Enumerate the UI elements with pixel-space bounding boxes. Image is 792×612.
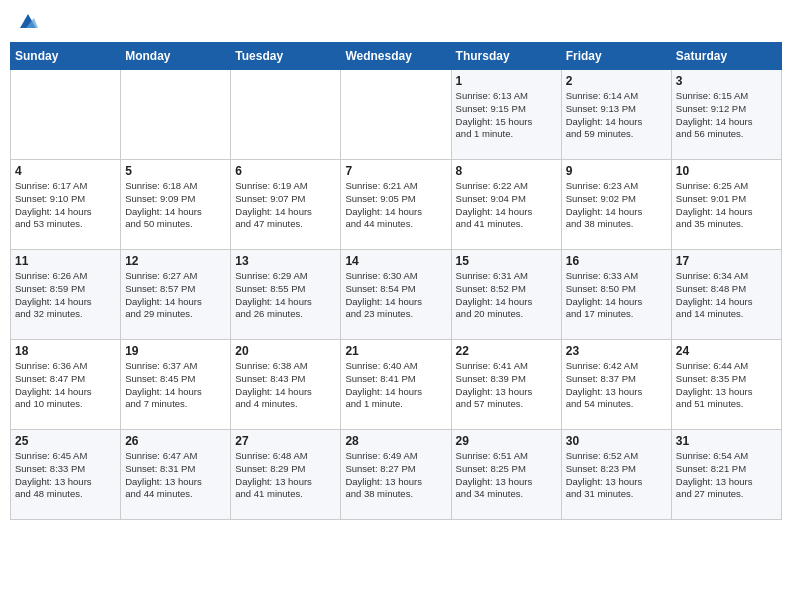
day-content: Sunrise: 6:48 AM Sunset: 8:29 PM Dayligh…: [235, 450, 336, 501]
logo: [14, 10, 40, 34]
day-content: Sunrise: 6:36 AM Sunset: 8:47 PM Dayligh…: [15, 360, 116, 411]
day-content: Sunrise: 6:52 AM Sunset: 8:23 PM Dayligh…: [566, 450, 667, 501]
calendar-cell: 4Sunrise: 6:17 AM Sunset: 9:10 PM Daylig…: [11, 160, 121, 250]
day-number: 3: [676, 74, 777, 88]
day-content: Sunrise: 6:23 AM Sunset: 9:02 PM Dayligh…: [566, 180, 667, 231]
calendar-cell: 27Sunrise: 6:48 AM Sunset: 8:29 PM Dayli…: [231, 430, 341, 520]
day-number: 20: [235, 344, 336, 358]
calendar-cell: 13Sunrise: 6:29 AM Sunset: 8:55 PM Dayli…: [231, 250, 341, 340]
day-number: 2: [566, 74, 667, 88]
calendar-cell: 18Sunrise: 6:36 AM Sunset: 8:47 PM Dayli…: [11, 340, 121, 430]
calendar-week-1: 1Sunrise: 6:13 AM Sunset: 9:15 PM Daylig…: [11, 70, 782, 160]
day-number: 8: [456, 164, 557, 178]
day-number: 4: [15, 164, 116, 178]
day-content: Sunrise: 6:45 AM Sunset: 8:33 PM Dayligh…: [15, 450, 116, 501]
day-number: 28: [345, 434, 446, 448]
day-number: 9: [566, 164, 667, 178]
weekday-thursday: Thursday: [451, 43, 561, 70]
calendar-cell: [11, 70, 121, 160]
calendar-body: 1Sunrise: 6:13 AM Sunset: 9:15 PM Daylig…: [11, 70, 782, 520]
calendar-cell: 12Sunrise: 6:27 AM Sunset: 8:57 PM Dayli…: [121, 250, 231, 340]
calendar-cell: 31Sunrise: 6:54 AM Sunset: 8:21 PM Dayli…: [671, 430, 781, 520]
weekday-saturday: Saturday: [671, 43, 781, 70]
calendar-cell: 20Sunrise: 6:38 AM Sunset: 8:43 PM Dayli…: [231, 340, 341, 430]
day-content: Sunrise: 6:14 AM Sunset: 9:13 PM Dayligh…: [566, 90, 667, 141]
day-number: 24: [676, 344, 777, 358]
calendar-week-3: 11Sunrise: 6:26 AM Sunset: 8:59 PM Dayli…: [11, 250, 782, 340]
calendar-cell: 16Sunrise: 6:33 AM Sunset: 8:50 PM Dayli…: [561, 250, 671, 340]
day-number: 19: [125, 344, 226, 358]
day-number: 17: [676, 254, 777, 268]
day-content: Sunrise: 6:54 AM Sunset: 8:21 PM Dayligh…: [676, 450, 777, 501]
day-content: Sunrise: 6:17 AM Sunset: 9:10 PM Dayligh…: [15, 180, 116, 231]
calendar-cell: 8Sunrise: 6:22 AM Sunset: 9:04 PM Daylig…: [451, 160, 561, 250]
day-number: 5: [125, 164, 226, 178]
day-number: 29: [456, 434, 557, 448]
day-number: 10: [676, 164, 777, 178]
day-content: Sunrise: 6:22 AM Sunset: 9:04 PM Dayligh…: [456, 180, 557, 231]
calendar-cell: 6Sunrise: 6:19 AM Sunset: 9:07 PM Daylig…: [231, 160, 341, 250]
day-number: 12: [125, 254, 226, 268]
calendar-cell: 17Sunrise: 6:34 AM Sunset: 8:48 PM Dayli…: [671, 250, 781, 340]
day-number: 21: [345, 344, 446, 358]
calendar-cell: 29Sunrise: 6:51 AM Sunset: 8:25 PM Dayli…: [451, 430, 561, 520]
day-number: 16: [566, 254, 667, 268]
calendar-week-2: 4Sunrise: 6:17 AM Sunset: 9:10 PM Daylig…: [11, 160, 782, 250]
day-content: Sunrise: 6:31 AM Sunset: 8:52 PM Dayligh…: [456, 270, 557, 321]
logo-icon: [16, 10, 40, 34]
day-number: 13: [235, 254, 336, 268]
day-content: Sunrise: 6:33 AM Sunset: 8:50 PM Dayligh…: [566, 270, 667, 321]
day-number: 27: [235, 434, 336, 448]
calendar-cell: 2Sunrise: 6:14 AM Sunset: 9:13 PM Daylig…: [561, 70, 671, 160]
day-number: 22: [456, 344, 557, 358]
day-content: Sunrise: 6:25 AM Sunset: 9:01 PM Dayligh…: [676, 180, 777, 231]
calendar-cell: 26Sunrise: 6:47 AM Sunset: 8:31 PM Dayli…: [121, 430, 231, 520]
day-number: 23: [566, 344, 667, 358]
calendar-cell: [231, 70, 341, 160]
day-content: Sunrise: 6:42 AM Sunset: 8:37 PM Dayligh…: [566, 360, 667, 411]
calendar-cell: 9Sunrise: 6:23 AM Sunset: 9:02 PM Daylig…: [561, 160, 671, 250]
day-content: Sunrise: 6:27 AM Sunset: 8:57 PM Dayligh…: [125, 270, 226, 321]
calendar-header: SundayMondayTuesdayWednesdayThursdayFrid…: [11, 43, 782, 70]
calendar-week-5: 25Sunrise: 6:45 AM Sunset: 8:33 PM Dayli…: [11, 430, 782, 520]
weekday-header-row: SundayMondayTuesdayWednesdayThursdayFrid…: [11, 43, 782, 70]
calendar-cell: [341, 70, 451, 160]
day-number: 11: [15, 254, 116, 268]
calendar-cell: 19Sunrise: 6:37 AM Sunset: 8:45 PM Dayli…: [121, 340, 231, 430]
day-content: Sunrise: 6:49 AM Sunset: 8:27 PM Dayligh…: [345, 450, 446, 501]
day-content: Sunrise: 6:30 AM Sunset: 8:54 PM Dayligh…: [345, 270, 446, 321]
calendar-cell: 7Sunrise: 6:21 AM Sunset: 9:05 PM Daylig…: [341, 160, 451, 250]
day-content: Sunrise: 6:26 AM Sunset: 8:59 PM Dayligh…: [15, 270, 116, 321]
calendar-cell: 30Sunrise: 6:52 AM Sunset: 8:23 PM Dayli…: [561, 430, 671, 520]
calendar-cell: 11Sunrise: 6:26 AM Sunset: 8:59 PM Dayli…: [11, 250, 121, 340]
day-number: 1: [456, 74, 557, 88]
calendar-cell: 1Sunrise: 6:13 AM Sunset: 9:15 PM Daylig…: [451, 70, 561, 160]
calendar-cell: [121, 70, 231, 160]
calendar-cell: 25Sunrise: 6:45 AM Sunset: 8:33 PM Dayli…: [11, 430, 121, 520]
calendar-cell: 24Sunrise: 6:44 AM Sunset: 8:35 PM Dayli…: [671, 340, 781, 430]
day-content: Sunrise: 6:18 AM Sunset: 9:09 PM Dayligh…: [125, 180, 226, 231]
calendar-cell: 14Sunrise: 6:30 AM Sunset: 8:54 PM Dayli…: [341, 250, 451, 340]
calendar-cell: 15Sunrise: 6:31 AM Sunset: 8:52 PM Dayli…: [451, 250, 561, 340]
page-header: [10, 10, 782, 34]
weekday-tuesday: Tuesday: [231, 43, 341, 70]
day-number: 26: [125, 434, 226, 448]
calendar-cell: 10Sunrise: 6:25 AM Sunset: 9:01 PM Dayli…: [671, 160, 781, 250]
weekday-wednesday: Wednesday: [341, 43, 451, 70]
day-content: Sunrise: 6:15 AM Sunset: 9:12 PM Dayligh…: [676, 90, 777, 141]
day-content: Sunrise: 6:44 AM Sunset: 8:35 PM Dayligh…: [676, 360, 777, 411]
day-content: Sunrise: 6:41 AM Sunset: 8:39 PM Dayligh…: [456, 360, 557, 411]
day-content: Sunrise: 6:51 AM Sunset: 8:25 PM Dayligh…: [456, 450, 557, 501]
day-content: Sunrise: 6:34 AM Sunset: 8:48 PM Dayligh…: [676, 270, 777, 321]
day-number: 6: [235, 164, 336, 178]
day-content: Sunrise: 6:13 AM Sunset: 9:15 PM Dayligh…: [456, 90, 557, 141]
day-number: 15: [456, 254, 557, 268]
weekday-sunday: Sunday: [11, 43, 121, 70]
calendar-cell: 5Sunrise: 6:18 AM Sunset: 9:09 PM Daylig…: [121, 160, 231, 250]
day-number: 25: [15, 434, 116, 448]
day-content: Sunrise: 6:38 AM Sunset: 8:43 PM Dayligh…: [235, 360, 336, 411]
day-number: 30: [566, 434, 667, 448]
calendar-table: SundayMondayTuesdayWednesdayThursdayFrid…: [10, 42, 782, 520]
calendar-cell: 28Sunrise: 6:49 AM Sunset: 8:27 PM Dayli…: [341, 430, 451, 520]
day-content: Sunrise: 6:37 AM Sunset: 8:45 PM Dayligh…: [125, 360, 226, 411]
